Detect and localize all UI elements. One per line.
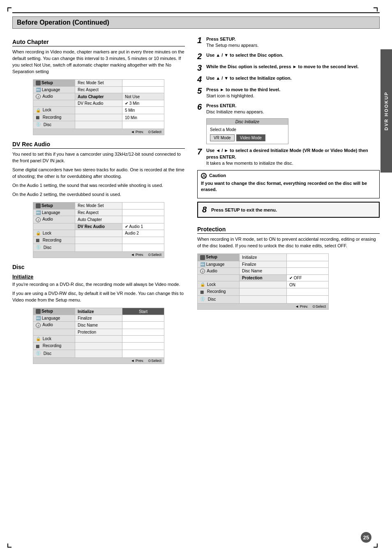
step3-body: While the Disc option is selected, press… [206, 64, 359, 69]
step8-body: Press SETUP to exit the menu. [211, 207, 277, 212]
step3-content: While the Disc option is selected, press… [206, 64, 380, 70]
protection-body: When recording in VR mode, set to ON to … [197, 236, 380, 249]
lock-icon2: 🔒 [36, 231, 41, 236]
step2-number: 2 [197, 52, 206, 60]
audio-icon3: ♪ [36, 323, 41, 328]
top-border [12, 12, 380, 13]
step7-sub: It takes a few moments to initialize the… [206, 161, 293, 166]
caution-icon: ⚠ [201, 173, 207, 179]
step2: 2 Use ▲ / ▼ to select the Disc option. [197, 52, 380, 60]
rec-icon4: ▦ [200, 290, 205, 295]
corner-tr [374, 7, 378, 12]
lock-icon4: 🔒 [200, 282, 205, 287]
prot-menu-footer: ◄ Prev. ⊙Select [198, 303, 329, 309]
disc-icon: 💿 [36, 122, 42, 128]
auto-chapter-title: Auto Chapter [12, 39, 185, 46]
step5-content: Press ► to move to the third level. Star… [206, 87, 380, 99]
disc-icon4: 💿 [200, 297, 206, 302]
step3-number: 3 [197, 64, 206, 72]
step8: 8 Press SETUP to exit the menu. [197, 202, 380, 218]
step2-body: Use ▲ / ▼ to select the Disc option. [206, 53, 283, 58]
step8-number: 8 [202, 205, 211, 214]
right-column: 1 Press SETUP. The Setup menu appears. 2… [193, 33, 380, 368]
step6: 6 Press ENTER. Disc Initialize menu appe… [197, 103, 380, 115]
menu-footer: ◄ Prev. ⊙Select [33, 129, 164, 135]
dv-menu-footer: ◄ Prev. ⊙Select [33, 252, 164, 258]
step7: 7 Use ◄ / ► to select a desired Initiali… [197, 147, 380, 166]
step1-content: Press SETUP. The Setup menu appears. [206, 36, 380, 49]
auto-chapter-body: When recording in Video mode, chapter ma… [12, 49, 185, 75]
step2-content: Use ▲ / ▼ to select the Disc option. [206, 52, 380, 58]
page-number: 25 [361, 532, 371, 543]
audio-icon2: ♪ [36, 217, 41, 222]
rec-icon2: ▦ [36, 238, 41, 243]
setup-icon4 [200, 255, 205, 260]
disc-mode-row: VR Mode Video Mode [210, 134, 285, 141]
initialize-body1: If you're recording on a DVD-R disc, the… [12, 281, 185, 288]
step7-content: Use ◄ / ► to select a desired Initialize… [206, 147, 380, 166]
caution-title: ⚠ Caution [201, 173, 376, 179]
dv-rec-audio-body1: You need to set this if you have a camco… [12, 151, 185, 164]
setup-icon2 [36, 203, 41, 208]
corner-br [374, 543, 378, 548]
protection-menu: Setup Initialize 🔤 Language Finalize ♪ A… [197, 253, 329, 309]
disc-init-title: Disc Initialize [207, 119, 288, 125]
corner-tl [7, 7, 12, 12]
audio-icon4: ♪ [200, 269, 205, 274]
step6-title: Press ENTER. [206, 103, 236, 108]
step4-body: Use ▲ / ▼ to select the Initialize optio… [206, 76, 292, 81]
lock-icon3: 🔒 [36, 336, 41, 341]
protection-title: Protection [197, 226, 380, 234]
corner-bl [7, 543, 12, 548]
audio-icon: ♪ [36, 94, 41, 99]
step4: 4 Use ▲ / ▼ to select the Initialize opt… [197, 75, 380, 83]
disc-init-select: Select a Mode [210, 127, 285, 132]
step5: 5 Press ► to move to the third level. St… [197, 87, 380, 99]
initialize-body2: If you are using a DVD-RW disc, by defau… [12, 290, 185, 304]
dv-rec-audio-body4: On the Audio 2 setting, the overdubbed s… [12, 191, 185, 198]
dv-rec-audio-body2: Some digital camcorders have two stereo … [12, 167, 185, 180]
dv-rec-audio-menu: Setup Rec Mode Set 🔤 Language Rec Aspect… [33, 202, 164, 258]
step6-number: 6 [197, 103, 206, 111]
left-column: Auto Chapter When recording in Video mod… [12, 33, 193, 368]
step4-number: 4 [197, 75, 206, 83]
step7-number: 7 [197, 147, 206, 156]
disc-init-body: Select a Mode VR Mode Video Mode [207, 125, 288, 144]
disc-init-box: Disc Initialize Select a Mode VR Mode Vi… [206, 118, 288, 144]
dvr-hookup-sidebar: DVR HOOKUP [380, 49, 392, 173]
step5-body: Start icon is highlighted. [206, 93, 254, 98]
step4-content: Use ▲ / ▼ to select the Initialize optio… [206, 75, 380, 81]
vr-mode-btn[interactable]: VR Mode [210, 134, 235, 141]
step1-title: Press SETUP. [206, 37, 235, 41]
initialize-menu: Setup Initialize Start 🔤 Language Finali… [33, 308, 164, 364]
page-title: Before Operation (Continued) [17, 19, 109, 26]
setup-icon [36, 81, 41, 85]
step6-body: Disc Initialize menu appears. [206, 109, 264, 114]
auto-chapter-menu: Setup Rec Mode Set 🔤 Language Rec Aspect… [33, 79, 164, 135]
caution-block: ⚠ Caution If you want to change the disc… [197, 170, 380, 199]
init-menu-footer: ◄ Prev. ⊙Select [33, 357, 164, 364]
dvr-hookup-label: DVR HOOKUP [384, 92, 389, 131]
page-header: Before Operation (Continued) [12, 16, 380, 29]
step3: 3 While the Disc option is selected, pre… [197, 64, 380, 72]
lock-icon: 🔒 [36, 108, 41, 113]
disc-title: Disc [12, 264, 185, 270]
step6-content: Press ENTER. Disc Initialize menu appear… [206, 103, 380, 115]
setup-icon3 [36, 309, 41, 314]
caution-body: If you want to change the disc format, e… [201, 180, 376, 193]
step7-body: Use ◄ / ► to select a desired Initialize… [206, 148, 368, 159]
initialize-title: Initialize [12, 274, 185, 280]
step1-body: The Setup menu appears. [206, 43, 258, 48]
dv-rec-audio-title: DV Rec Audio [12, 141, 185, 149]
video-mode-btn[interactable]: Video Mode [236, 134, 265, 141]
rec-icon3: ▦ [36, 344, 41, 349]
dv-rec-audio-body3: On the Audio 1 setting, the sound that w… [12, 182, 185, 189]
step1-number: 1 [197, 36, 206, 44]
step1: 1 Press SETUP. The Setup menu appears. [197, 36, 380, 49]
disc-icon3: 💿 [36, 351, 42, 357]
step5-title: Press ► to move to the third level. [206, 87, 280, 92]
rec-icon: ▦ [36, 115, 41, 120]
disc-icon2: 💿 [36, 245, 42, 251]
step5-number: 5 [197, 87, 206, 95]
